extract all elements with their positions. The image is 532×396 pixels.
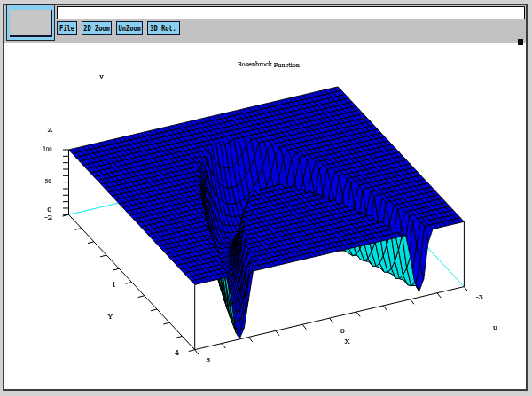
- toolbar: File2D ZoomUnZoom3D Rot.: [4, 5, 526, 43]
- toolbar-button-3d-rot-[interactable]: 3D Rot.: [147, 21, 180, 35]
- toolbar-button-unzoom[interactable]: UnZoom: [116, 21, 143, 35]
- toolbar-button-label: 2D Zoom: [83, 22, 110, 34]
- toolbar-button-2d-zoom[interactable]: 2D Zoom: [82, 21, 112, 35]
- busy-indicator-square: [518, 39, 524, 46]
- window-frame: [3, 4, 528, 391]
- toolbar-button-label: UnZoom: [118, 22, 140, 34]
- toolbar-button-label: 3D Rot.: [150, 22, 176, 34]
- toolbar-button-file[interactable]: File: [57, 21, 77, 35]
- palette-button-face: [10, 10, 52, 38]
- command-input[interactable]: [57, 6, 525, 19]
- toolbar-button-label: File: [59, 22, 74, 34]
- palette-button[interactable]: [6, 4, 55, 41]
